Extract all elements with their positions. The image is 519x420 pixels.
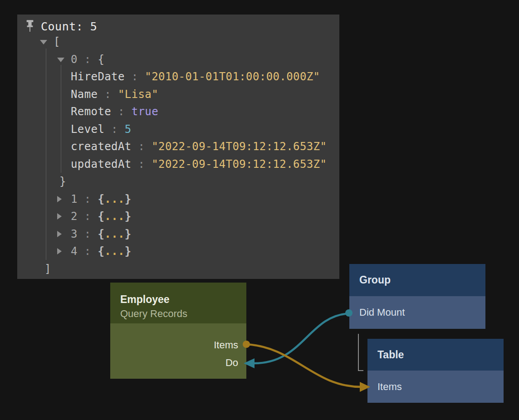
- tree-segment-punct: :: [132, 140, 152, 153]
- caret-right-icon[interactable]: [57, 196, 62, 202]
- tree-row: }: [17, 173, 339, 190]
- tree-segment-brace: }: [125, 193, 132, 205]
- tree-segment-key: Remote: [71, 105, 111, 118]
- pin-icon[interactable]: [25, 20, 35, 33]
- tree-segment-dots: ...: [104, 245, 125, 258]
- tree-segment-punct: :: [125, 70, 145, 83]
- tree-segment-punct: :: [132, 158, 152, 171]
- tree-row: Level : 5: [17, 121, 339, 138]
- tree-row: [: [17, 33, 339, 51]
- tree-segment-punct: :: [78, 193, 98, 205]
- tree-segment-string: "Lisa": [118, 88, 158, 101]
- tree-segment-brace: }: [125, 245, 132, 258]
- connection-didmount-to-do[interactable]: [254, 313, 349, 363]
- tree-segment-punct: :: [78, 228, 98, 240]
- node-title: Table: [377, 349, 404, 361]
- tree-segment-brace: {: [98, 210, 104, 223]
- tree-segment-brace: {: [98, 228, 104, 240]
- caret-down-icon[interactable]: [40, 40, 47, 44]
- node-title: Group: [359, 274, 391, 286]
- tree-segment-dots: ...: [104, 228, 125, 240]
- tree-segment-index: 4: [71, 245, 78, 258]
- tree-row: Remote : true: [17, 103, 339, 121]
- tree-segment-dots: ...: [104, 210, 125, 223]
- tree-row: 2 : {...}: [17, 208, 339, 225]
- tree-segment-key: Name: [71, 88, 98, 101]
- tree-segment-number: 5: [125, 123, 132, 136]
- port-group-didmount-output[interactable]: Did Mount: [359, 307, 405, 318]
- tree-segment-brace: {: [98, 193, 104, 205]
- tree-row: 4 : {...}: [17, 243, 339, 260]
- tree-segment-brace: }: [125, 210, 132, 223]
- node-group[interactable]: Group Did Mount: [349, 264, 485, 329]
- tree-segment-punct: :: [111, 105, 132, 118]
- connection-items-to-items[interactable]: [246, 344, 362, 387]
- tree-segment-key: HireDate: [71, 70, 125, 83]
- node-group-header[interactable]: Group: [349, 264, 485, 296]
- port-label: Items: [377, 381, 402, 392]
- tree-row: updatedAt : "2022-09-14T09:12:12.653Z": [17, 156, 339, 173]
- tree-segment-punct: :: [78, 210, 98, 223]
- tree-segment-key: updatedAt: [71, 158, 132, 171]
- tree-segment-index: 2: [71, 210, 78, 223]
- port-table-items-input[interactable]: Items: [377, 381, 402, 393]
- tree-row: 0 : {: [17, 51, 339, 68]
- tree-segment-brace: {: [98, 245, 104, 258]
- node-table-body: Items: [367, 371, 504, 403]
- group-table-hierarchy-line: [358, 334, 363, 371]
- tree-row: ]: [17, 260, 339, 278]
- node-table-header[interactable]: Table: [367, 339, 504, 371]
- tree-row: 1 : {...}: [17, 190, 339, 208]
- tree-segment-key: createdAt: [71, 140, 132, 153]
- tree-segment-dots: ...: [104, 193, 125, 205]
- tree-row: 3 : {...}: [17, 225, 339, 243]
- tree-segment-index: 0: [71, 53, 78, 66]
- node-title: Employee: [120, 293, 246, 307]
- json-tree: [0 : {HireDate : "2010-01-01T01:00:00.00…: [17, 33, 339, 278]
- inspector-header: Count: 5: [25, 18, 97, 34]
- node-group-body: Did Mount: [349, 296, 485, 329]
- node-subtitle: Query Records: [120, 307, 246, 321]
- port-employee-items-output[interactable]: Items: [110, 336, 238, 354]
- port-label: Items: [214, 339, 238, 351]
- caret-down-icon[interactable]: [57, 58, 64, 62]
- node-employee-header[interactable]: Employee Query Records: [110, 283, 246, 323]
- tree-segment-brace: {: [98, 53, 104, 66]
- caret-right-icon[interactable]: [57, 231, 62, 237]
- tree-segment-punct: :: [98, 88, 118, 101]
- node-graph-canvas[interactable]: Count: 5 [0 : {HireDate : "2010-01-01T01…: [0, 0, 519, 420]
- tree-segment-brace: }: [59, 175, 66, 188]
- node-table[interactable]: Table Items: [367, 339, 504, 403]
- tree-segment-punct: :: [78, 53, 98, 66]
- node-employee[interactable]: Employee Query Records Items Do: [110, 283, 246, 379]
- tree-segment-string: "2022-09-14T09:12:12.653Z": [152, 140, 327, 153]
- tree-row: createdAt : "2022-09-14T09:12:12.653Z": [17, 138, 339, 156]
- tree-segment-punct: :: [78, 245, 98, 258]
- port-label: Do: [225, 357, 238, 368]
- caret-right-icon[interactable]: [57, 248, 62, 254]
- tree-segment-key: Level: [71, 123, 104, 136]
- caret-right-icon[interactable]: [57, 213, 62, 220]
- tree-segment-brace: [: [54, 35, 60, 48]
- tree-segment-brace: }: [125, 228, 132, 240]
- tree-segment-index: 3: [71, 228, 78, 240]
- node-employee-body: Items Do: [110, 323, 246, 379]
- debug-inspector-panel: Count: 5 [0 : {HireDate : "2010-01-01T01…: [17, 15, 339, 279]
- port-label: Did Mount: [359, 307, 405, 318]
- tree-row: Name : "Lisa": [17, 86, 339, 103]
- tree-segment-brace: ]: [44, 263, 51, 275]
- tree-segment-string: "2010-01-01T01:00:00.000Z": [145, 70, 320, 83]
- tree-segment-string: "2022-09-14T09:12:12.653Z": [152, 158, 327, 171]
- port-employee-do-input[interactable]: Do: [110, 354, 238, 371]
- tree-segment-punct: :: [104, 123, 125, 136]
- tree-segment-index: 1: [71, 193, 78, 205]
- tree-row: HireDate : "2010-01-01T01:00:00.000Z": [17, 68, 339, 86]
- tree-segment-boolean: true: [132, 105, 158, 118]
- inspector-title: Count: 5: [41, 20, 97, 33]
